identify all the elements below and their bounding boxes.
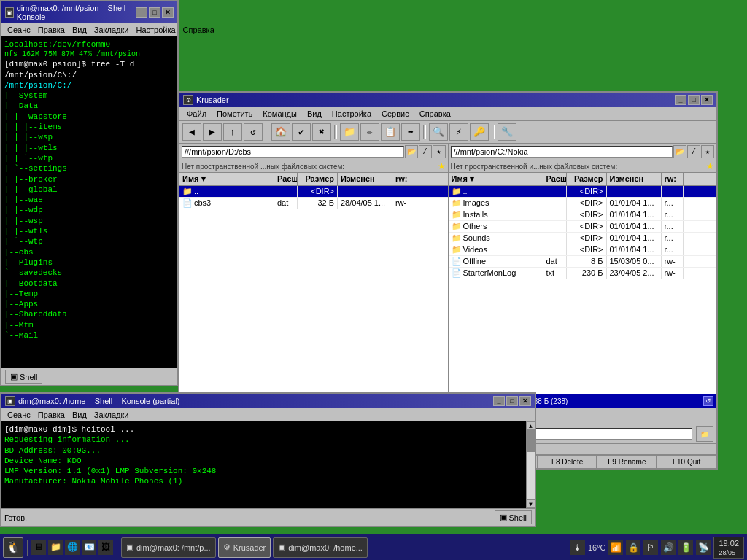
scroll-thumb[interactable] <box>527 430 535 452</box>
right-header-size[interactable]: Размер <box>567 173 607 185</box>
right-file-dotdot[interactable]: 📁.. <DIR> <box>449 186 717 198</box>
right-file-videos[interactable]: 📁Videos <DIR> 01/01/04 1... r... <box>449 244 717 256</box>
terminal2-minimize-btn[interactable]: _ <box>493 396 505 406</box>
tray-bluetooth-icon[interactable]: 📡 <box>696 540 711 555</box>
f8-delete-btn[interactable]: F8 Delete <box>538 455 597 469</box>
terminal1-maximize-btn[interactable]: □ <box>149 7 160 18</box>
forward-btn[interactable]: ▶ <box>203 123 222 141</box>
right-file-installs[interactable]: 📁Installs <DIR> 01/01/04 1... r... <box>449 209 717 221</box>
menu-session[interactable]: Сеанс <box>4 25 34 35</box>
left-path-bookmark-btn[interactable]: ★ <box>433 145 446 158</box>
krusader-close-btn[interactable]: ✕ <box>701 95 713 105</box>
refresh-btn[interactable]: ↺ <box>244 123 263 141</box>
menu-commands[interactable]: Команды <box>258 109 301 119</box>
terminal2-close-btn[interactable]: ✕ <box>519 396 531 406</box>
terminal1-minimize-btn[interactable]: _ <box>136 7 147 18</box>
quicklaunch-icon4[interactable]: 📧 <box>82 540 96 555</box>
up-btn[interactable]: ↑ <box>223 123 242 141</box>
tray-security-icon[interactable]: 🔒 <box>626 540 640 555</box>
new-folder-btn[interactable]: 📁 <box>340 123 359 141</box>
menu2-bookmarks[interactable]: Закладки <box>91 410 132 420</box>
menu-help[interactable]: Справка <box>180 25 217 35</box>
left-header-size[interactable]: Размер <box>298 173 338 185</box>
config-btn[interactable]: 🔧 <box>498 123 516 141</box>
menu-mark[interactable]: Пометить <box>212 109 257 119</box>
taskbar-item-terminal1[interactable]: ▣ dim@max0: /mnt/p... <box>121 537 216 558</box>
left-star-btn[interactable]: ★ <box>438 161 446 171</box>
move-btn[interactable]: ➡ <box>401 123 420 141</box>
tray-sound-icon[interactable]: 🔊 <box>661 540 676 555</box>
right-path-open-btn[interactable]: 📂 <box>673 145 686 158</box>
terminal2-maximize-btn[interactable]: □ <box>506 396 518 406</box>
paste-btn[interactable]: 📋 <box>381 123 400 141</box>
sync-btn[interactable]: ⚡ <box>449 123 468 141</box>
taskbar-start-btn[interactable]: 🐧 <box>3 537 23 558</box>
left-path-open-btn[interactable]: 📂 <box>405 145 418 158</box>
left-file-dotdot[interactable]: 📁.. <DIR> <box>179 186 448 198</box>
home-btn[interactable]: 🏠 <box>271 123 290 141</box>
menu-settings[interactable]: Настройка <box>133 25 178 35</box>
terminal1-close-btn[interactable]: ✕ <box>162 7 174 18</box>
copy-btn[interactable]: ✔ <box>292 123 311 141</box>
right-file-offline[interactable]: 📄Offline dat 8 Б 15/03/05 0... rw- <box>449 256 717 268</box>
quicklaunch-icon1[interactable]: 🖥 <box>31 540 46 555</box>
tray-network-icon[interactable]: 📶 <box>608 540 623 555</box>
terminal2-scrollbar[interactable]: ▲ ▼ <box>526 421 535 508</box>
f9-rename-btn[interactable]: F9 Rename <box>597 455 657 469</box>
tray-battery-icon[interactable]: 🔋 <box>678 540 693 555</box>
scroll-down-btn[interactable]: ▼ <box>527 499 535 508</box>
left-path-slash-btn[interactable]: / <box>419 145 432 158</box>
right-refresh-btn[interactable]: ↺ <box>703 396 713 406</box>
right-path-slash-btn[interactable]: / <box>687 145 700 158</box>
left-header-date[interactable]: Изменен <box>338 173 392 185</box>
krusader-maximize-btn[interactable]: □ <box>688 95 700 105</box>
right-header-date[interactable]: Изменен <box>607 173 662 185</box>
menu-edit[interactable]: Правка <box>35 25 68 35</box>
right-header-ext[interactable]: Расш <box>543 173 567 185</box>
scroll-up-btn[interactable]: ▲ <box>527 421 535 430</box>
right-header-name[interactable]: Имя ▾ <box>449 173 543 185</box>
right-path-bookmark-btn[interactable]: ★ <box>701 145 714 158</box>
ftp-btn[interactable]: 🔑 <box>470 123 489 141</box>
left-header-ext[interactable]: Расш <box>274 173 298 185</box>
right-star-btn[interactable]: ★ <box>706 161 714 171</box>
terminal1-shell-btn[interactable]: ▣ Shell <box>5 370 42 384</box>
term1-line-23: |--Bootdata <box>4 279 174 289</box>
delete-btn[interactable]: ✖ <box>312 123 331 141</box>
right-header-rw[interactable]: rw: <box>662 173 684 185</box>
right-file-startermonlog[interactable]: 📄StarterMonLog txt 230 Б 23/04/05 2... r… <box>449 268 717 279</box>
terminal1-content: localhost:/dev/rfcomm0 nfs 162M 75M 87M … <box>1 36 177 368</box>
menu-help-k[interactable]: Справка <box>415 109 455 119</box>
menu-configure[interactable]: Настройка <box>328 109 376 119</box>
rename-btn[interactable]: ✏ <box>360 123 379 141</box>
quicklaunch-icon2[interactable]: 📁 <box>48 540 63 555</box>
terminal2-shell-btn[interactable]: ▣ Shell <box>495 510 532 524</box>
right-file-sounds[interactable]: 📁Sounds <DIR> 01/01/04 1... r... <box>449 233 717 244</box>
menu-file[interactable]: Файл <box>182 109 211 119</box>
back-btn[interactable]: ◀ <box>182 123 201 141</box>
right-path-input[interactable] <box>451 146 673 158</box>
right-file-images[interactable]: 📁Images <DIR> 01/01/04 1... r... <box>449 198 717 209</box>
left-header-name[interactable]: Имя ▾ <box>179 173 274 185</box>
taskbar-item-terminal2[interactable]: ▣ dim@max0: /home... <box>273 537 368 558</box>
menu-bookmarks[interactable]: Закладки <box>91 25 132 35</box>
menu2-view[interactable]: Вид <box>69 410 90 420</box>
left-header-rw[interactable]: rw: <box>392 173 414 185</box>
menu2-edit[interactable]: Правка <box>35 410 68 420</box>
search-btn[interactable]: 🔍 <box>429 123 448 141</box>
menu-service[interactable]: Сервис <box>377 109 414 119</box>
krusader-minimize-btn[interactable]: _ <box>675 95 686 105</box>
right-file-others[interactable]: 📁Others <DIR> 01/01/04 1... r... <box>449 221 717 233</box>
tray-flag-icon[interactable]: 🏳 <box>643 540 658 555</box>
cmd-folder-btn[interactable]: 📁 <box>696 426 713 442</box>
shell2-icon: ▣ <box>500 513 507 522</box>
left-path-input[interactable] <box>182 146 404 158</box>
left-file-cbs3[interactable]: 📄cbs3 dat 32 Б 28/04/05 1... rw- <box>179 198 448 209</box>
menu2-session[interactable]: Сеанс <box>4 410 34 420</box>
menu-view[interactable]: Вид <box>69 25 90 35</box>
menu-view-k[interactable]: Вид <box>303 109 326 119</box>
quicklaunch-icon5[interactable]: 🖼 <box>98 540 113 555</box>
f10-quit-btn[interactable]: F10 Quit <box>657 455 716 469</box>
taskbar-item-krusader[interactable]: ⚙ Krusader <box>218 537 271 558</box>
quicklaunch-icon3[interactable]: 🌐 <box>65 540 80 555</box>
